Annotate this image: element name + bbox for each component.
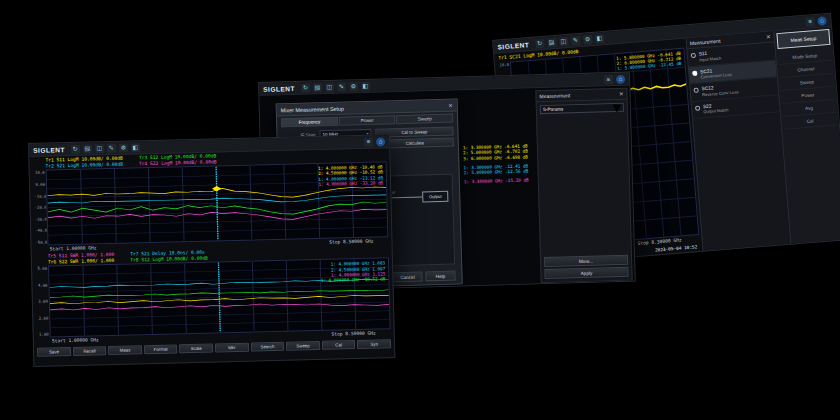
chevron-down-icon: ▾ (613, 98, 622, 117)
radio-icon (693, 88, 698, 93)
save-icon[interactable]: ▤ (83, 144, 92, 153)
y-tick: -10.0 (34, 194, 45, 198)
apply-button[interactable]: Apply (544, 267, 628, 279)
trace-plot-1[interactable]: 1: 4.000000 GHz -10.46 dB 2: 4.500000 GH… (46, 161, 389, 245)
screenshot-icon[interactable]: ◫ (325, 82, 334, 91)
toolbar-format-button[interactable]: Format (144, 345, 178, 355)
toolbar-cal-button[interactable]: Cal (322, 340, 356, 350)
toolbar-search-button[interactable]: Search (251, 342, 285, 352)
y-tick: 10.0 (34, 171, 45, 175)
save-icon[interactable]: ▤ (313, 83, 322, 92)
siglent-logo: SIGLENT (497, 41, 529, 51)
dialog-title: Mixer Measurement Setup (281, 102, 448, 113)
tab-frequency[interactable]: Frequency (281, 117, 338, 128)
radio-icon (692, 70, 697, 75)
edit-icon[interactable]: ✎ (337, 82, 346, 91)
y-tick: 1.00 (38, 333, 49, 337)
chart-block-2: 5.00 4.00 3.00 2.00 1.00 1: 4.000000 GHz… (35, 258, 391, 339)
window-trace-display: SIGLENT ↻ ▤ ◫ ✎ ⚙ ◧ ≡ ⌂ Tr1 S11 LogM 10.… (28, 134, 395, 367)
select-value: S-Params (543, 106, 564, 112)
settings-icon[interactable]: ⚙ (583, 34, 593, 44)
measurement-panel: Measurement ✕ S11 Input Match SC21 Conve… (686, 31, 791, 250)
panel-title: Measurement (539, 92, 570, 99)
titlebar-spacer (143, 142, 361, 147)
close-icon[interactable]: ✕ (766, 34, 771, 40)
edit-icon[interactable]: ✎ (107, 143, 116, 152)
reset-icon[interactable]: ↻ (71, 144, 80, 153)
settings-icon[interactable]: ⚙ (119, 143, 128, 152)
axis-start: Start 1.00000 GHz (52, 338, 99, 344)
marker-readout: 1: 3.300000 GHz -6.641 dB 2: 5.000000 GH… (463, 143, 529, 185)
softkey-meas-setup[interactable]: Meas Setup (776, 29, 830, 49)
tab-sweep[interactable]: Sweep (396, 114, 453, 125)
marker-readout: 1: 4.000000 GHz -10.46 dB 2: 4.500000 GH… (318, 165, 383, 188)
display-icon[interactable]: ◧ (595, 34, 605, 44)
toolbar-meas-button[interactable]: Meas (108, 346, 142, 356)
home-icon[interactable]: ⌂ (817, 16, 827, 26)
close-icon[interactable]: ✕ (448, 102, 453, 108)
category-select[interactable]: S-Params ▾ (540, 103, 624, 114)
menu-icon[interactable]: ≡ (604, 75, 613, 84)
edit-icon[interactable]: ✎ (571, 35, 581, 45)
reset-icon[interactable]: ↻ (301, 83, 310, 92)
y-tick: 2.00 (37, 316, 48, 320)
close-icon[interactable]: ✕ (619, 91, 624, 97)
meas-name: Input Match (699, 55, 721, 62)
marker-line: 1: 3.300000 GHz -15.20 dB (464, 178, 529, 185)
settings-icon[interactable]: ⚙ (349, 82, 358, 91)
y-tick: 3.00 (37, 300, 48, 304)
axis-stop: Stop 8.50000 GHz (331, 331, 375, 337)
toolbar-sweep-button[interactable]: Sweep (286, 341, 320, 351)
meas-name: Output Match (703, 107, 728, 114)
y-tick: -30.0 (35, 217, 46, 221)
toolbar-marker-button[interactable]: Mkr (215, 343, 249, 353)
y-tick: 10.0 (498, 62, 509, 67)
y-tick: -40.0 (35, 229, 46, 233)
menu-icon[interactable]: ≡ (364, 137, 373, 146)
screenshot-icon[interactable]: ◫ (95, 144, 104, 153)
toolbar-save-button[interactable]: Save (37, 347, 71, 357)
diagram-output-box: Output (422, 191, 448, 203)
siglent-logo: SIGLENT (33, 146, 65, 154)
y-tick: 4.00 (36, 283, 47, 287)
y-tick: -20.0 (35, 206, 46, 210)
display-icon[interactable]: ◧ (131, 143, 140, 152)
help-button[interactable]: Help (425, 271, 455, 282)
home-icon[interactable]: ⌂ (616, 74, 625, 83)
display-icon[interactable]: ◧ (361, 81, 370, 90)
meas-name: Conversion Loss (700, 72, 732, 79)
panel-title: Measurement (690, 38, 721, 46)
radio-icon (695, 105, 700, 110)
save-icon[interactable]: ▤ (547, 37, 557, 47)
panel-actions: More... Apply (544, 255, 629, 279)
y-tick: 0.00 (34, 182, 45, 186)
softkey-item[interactable]: Cal (783, 113, 837, 130)
toolbar-sys-button[interactable]: Sys (357, 340, 391, 350)
measurement-panel: Measurement ✕ S-Params ▾ More... Apply (535, 88, 632, 283)
y-tick: 5.00 (36, 267, 47, 271)
marker-readout: 1: 4.000000 GHz 1.083 2: 4.500000 GHz 1.… (320, 261, 385, 284)
cancel-button[interactable]: Cancel (392, 271, 422, 282)
screenshot-icon[interactable]: ◫ (559, 36, 569, 46)
siglent-logo: SIGLENT (263, 84, 295, 92)
reset-icon[interactable]: ↻ (535, 38, 545, 48)
more-button[interactable]: More... (544, 255, 628, 267)
titlebar-spacer (373, 79, 601, 85)
radio-icon (691, 53, 696, 58)
tab-power[interactable]: Power (339, 115, 396, 126)
y-tick: -50.0 (35, 241, 46, 245)
menu-icon[interactable]: ≡ (805, 17, 815, 27)
desktop: SIGLENT ↻ ▤ ◫ ✎ ⚙ ◧ ≡ ⌂ Tr1 SC21 LogM 10… (0, 0, 840, 420)
chart-block-1: 10.0 0.00 -10.0 -20.0 -30.0 -40.0 -50.0 … (33, 161, 389, 246)
clock: 2023-05-04 10:52 (655, 244, 698, 252)
home-icon[interactable]: ⌂ (376, 137, 385, 146)
toolbar-recall-button[interactable]: Recall (73, 347, 107, 357)
toolbar-scale-button[interactable]: Scale (179, 344, 213, 354)
if-label: IF (392, 190, 396, 195)
trace-plot-2[interactable]: 1: 4.000000 GHz 1.083 2: 4.500000 GHz 1.… (48, 258, 391, 338)
